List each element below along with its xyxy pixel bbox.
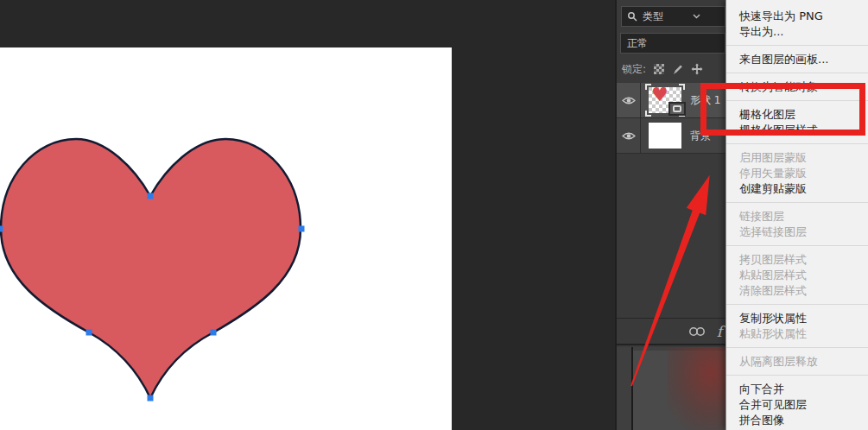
menu-item-copy-layer-style: 拷贝图层样式 <box>726 252 868 268</box>
menu-item-copy-shape-attributes[interactable]: 复制形状属性 <box>726 311 868 326</box>
menu-item-disable-vector-mask: 停用矢量蒙版 <box>726 166 868 181</box>
menu-item-merge-down[interactable]: 向下合并 <box>726 382 868 397</box>
menu-item-artboard-from-layers[interactable]: 来自图层的画板... <box>726 52 868 67</box>
heart-thumbnail-icon: ♥ <box>651 87 668 105</box>
blend-mode-value: 正常 <box>627 36 648 51</box>
menu-separator <box>726 370 868 382</box>
menu-separator <box>726 138 868 150</box>
annotation-highlight-box <box>700 83 865 136</box>
menu-item-enable-layer-mask: 启用图层蒙版 <box>726 150 868 166</box>
heart-shape-layer[interactable] <box>0 47 452 430</box>
link-layers-icon[interactable] <box>687 326 706 337</box>
menu-separator <box>726 67 868 79</box>
eye-icon <box>622 131 636 141</box>
visibility-toggle[interactable] <box>617 83 641 117</box>
lock-image-pixels-brush-icon[interactable] <box>672 64 683 75</box>
divider-line <box>631 347 633 430</box>
menu-separator <box>726 40 868 52</box>
photoshop-workspace: 类型 正常 锁定: <box>0 0 868 430</box>
visibility-toggle[interactable] <box>617 118 641 153</box>
menu-separator <box>726 342 868 354</box>
lock-transparent-pixels-icon[interactable] <box>654 64 664 74</box>
layers-panel: 类型 正常 锁定: <box>615 0 725 430</box>
heart-path <box>1 139 301 398</box>
lock-controls: 锁定: <box>622 59 725 79</box>
layer-thumbnail-shape[interactable]: ♥ <box>649 87 681 113</box>
menu-item-quick-export-png[interactable]: 快速导出为 PNG <box>726 9 868 24</box>
vector-mask-badge-icon[interactable] <box>668 102 686 116</box>
menu-item-flatten-image[interactable]: 拼合图像 <box>726 413 868 428</box>
menu-item-merge-visible[interactable]: 合并可见图层 <box>726 397 868 413</box>
blend-mode-dropdown[interactable]: 正常 <box>620 33 725 54</box>
chevron-down-icon <box>693 14 700 19</box>
layer-filter-row: 类型 <box>617 0 725 29</box>
layer-style-fx-icon[interactable]: f <box>717 323 722 340</box>
menu-item-paste-layer-style: 粘贴图层样式 <box>726 268 868 283</box>
menu-item-create-clipping-mask[interactable]: 创建剪贴蒙版 <box>726 181 868 197</box>
selection-bracket <box>645 84 651 90</box>
menu-item-export-as[interactable]: 导出为... <box>726 24 868 40</box>
menu-separator <box>726 299 868 311</box>
menu-item-release-from-isolation: 从隔离图层释放 <box>726 354 868 370</box>
selection-bracket <box>645 111 651 117</box>
menu-item-paste-shape-attributes: 粘贴形状属性 <box>726 326 868 342</box>
menu-separator <box>726 197 868 209</box>
layers-panel-toolbar: f <box>617 318 725 345</box>
menu-separator <box>726 240 868 252</box>
underlying-red-image <box>667 347 725 430</box>
lock-position-move-icon[interactable] <box>691 63 703 75</box>
layer-filter-dropdown[interactable]: 类型 <box>621 6 725 27</box>
search-icon <box>627 11 637 22</box>
panel-below-area <box>617 347 725 430</box>
eye-icon <box>622 96 636 105</box>
lock-label: 锁定: <box>622 62 646 77</box>
filter-type-label: 类型 <box>643 9 663 24</box>
menu-item-link-layers: 链接图层 <box>726 209 868 224</box>
menu-item-select-linked-layers: 选择链接图层 <box>726 224 868 240</box>
layer-context-menu: 快速导出为 PNG 导出为... 来自图层的画板... 转换为智能对象 栅格化图… <box>725 0 868 430</box>
document-canvas[interactable] <box>0 47 452 430</box>
selection-bracket <box>679 84 685 90</box>
menu-item-clear-layer-style: 清除图层样式 <box>726 283 868 299</box>
background-thumbnail <box>649 123 681 149</box>
layer-thumbnail-background[interactable] <box>649 123 681 149</box>
